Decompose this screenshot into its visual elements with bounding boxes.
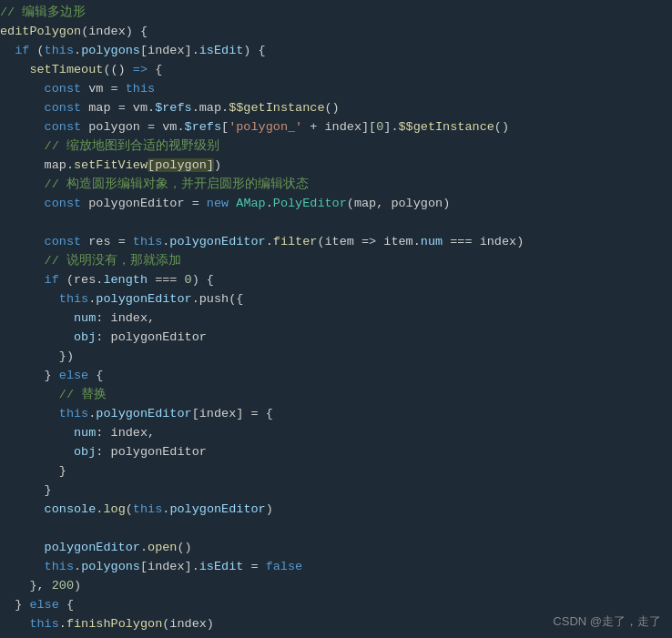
token: // <box>45 176 66 195</box>
token: . <box>162 233 169 252</box>
token: [polygon] <box>148 157 214 176</box>
token: // <box>59 386 81 405</box>
token: + index][ <box>302 118 376 137</box>
watermark: CSDN @走了，走了 <box>553 613 661 631</box>
code-line: const vm = this <box>0 80 672 99</box>
token: open <box>148 539 177 558</box>
code-line: } <box>0 481 672 501</box>
token: polygons <box>81 42 140 61</box>
token: this <box>29 634 58 638</box>
token: (map, polygon) <box>347 195 450 214</box>
token: $refs <box>155 99 192 118</box>
token: const <box>45 195 82 214</box>
token: . <box>96 501 103 520</box>
token: ) <box>214 157 221 176</box>
token: } <box>45 481 52 501</box>
token: map = vm. <box>81 99 155 118</box>
token: polygonEditor = <box>81 195 207 214</box>
code-editor: // 编辑多边形editPolygon(index) { if (this.po… <box>0 0 672 638</box>
token: { <box>88 367 103 386</box>
code-lines: // 编辑多边形editPolygon(index) { if (this.po… <box>0 4 672 638</box>
token: setTimeout <box>29 61 103 80</box>
code-line <box>0 214 672 233</box>
token: AMap <box>236 195 265 214</box>
token: : index, <box>96 424 155 443</box>
token <box>229 195 236 214</box>
token: obj <box>74 329 96 348</box>
token: ) <box>74 577 81 596</box>
token: this <box>59 290 88 309</box>
token: ( <box>29 42 44 61</box>
token: res = <box>81 233 133 252</box>
token: () <box>177 539 191 558</box>
code-line: this.polygonEditor.push({ <box>0 290 672 309</box>
code-line: num: index, <box>0 309 672 329</box>
token: true <box>250 634 280 638</box>
code-line: obj: polygonEditor <box>0 329 672 348</box>
token: } <box>15 596 29 615</box>
token: polygons <box>81 558 140 577</box>
token: polygonEditor <box>45 539 140 558</box>
token: this <box>133 233 162 252</box>
code-line: polygonEditor.open() <box>0 539 672 558</box>
code-line: console.log(this.polygonEditor) <box>0 501 672 520</box>
code-line: } else { <box>0 367 672 386</box>
token: } <box>45 367 59 386</box>
code-line: // 说明没有，那就添加 <box>0 252 672 271</box>
token: const <box>45 99 82 118</box>
token: // <box>0 4 22 23</box>
token: . <box>59 634 66 638</box>
token: [index]. <box>126 634 185 638</box>
token: 0 <box>376 118 383 137</box>
code-line: if (res.length === 0) { <box>0 271 672 290</box>
token: . <box>74 558 81 577</box>
token: log <box>103 501 125 520</box>
code-line: const polygon = vm.$refs['polygon_' + in… <box>0 118 672 137</box>
token: { <box>155 61 162 80</box>
token: . <box>266 233 273 252</box>
code-line: }, 200) <box>0 577 672 596</box>
code-line: if (this.polygons[index].isEdit) { <box>0 42 672 61</box>
code-line: const polygonEditor = new AMap.PolyEdito… <box>0 195 672 214</box>
token: // <box>45 252 66 271</box>
token: this <box>29 615 58 634</box>
token: = <box>229 634 250 638</box>
token: [index]. <box>140 42 199 61</box>
token: filter <box>273 233 318 252</box>
token: 编辑多边形 <box>22 4 86 23</box>
token: () <box>494 118 509 137</box>
token: polygonEditor <box>169 501 265 520</box>
code-line: editPolygon(index) { <box>0 23 672 42</box>
token: num <box>74 424 96 443</box>
token: 说明没有，那就添加 <box>66 252 181 271</box>
token: else <box>59 367 88 386</box>
token: . <box>140 539 148 558</box>
token: this <box>45 42 74 61</box>
token: isEdit <box>185 634 229 638</box>
code-line <box>0 520 672 539</box>
token: const <box>45 80 82 99</box>
token: }, <box>29 577 51 596</box>
token: polygon = vm. <box>81 118 184 137</box>
token: this <box>133 501 162 520</box>
token: .map. <box>192 99 229 118</box>
token: . <box>74 42 81 61</box>
token: (res. <box>59 271 104 290</box>
token: ]. <box>383 118 398 137</box>
token: this <box>126 80 155 99</box>
code-line: this.polygons[index].isEdit = true <box>0 634 672 638</box>
code-line: this.polygonEditor[index] = { <box>0 405 672 424</box>
token: $$getInstance <box>229 99 324 118</box>
token: }) <box>59 348 74 367</box>
token: . <box>162 501 169 520</box>
code-line: this.polygons[index].isEdit = false <box>0 558 672 577</box>
token: // <box>45 137 66 157</box>
token: [index]. <box>140 558 199 577</box>
token: . <box>88 290 96 309</box>
token: 200 <box>52 577 74 596</box>
token: [index] = { <box>192 405 273 424</box>
token: map. <box>45 157 74 176</box>
token: this <box>59 405 88 424</box>
code-line: }) <box>0 348 672 367</box>
token: === <box>148 271 185 290</box>
